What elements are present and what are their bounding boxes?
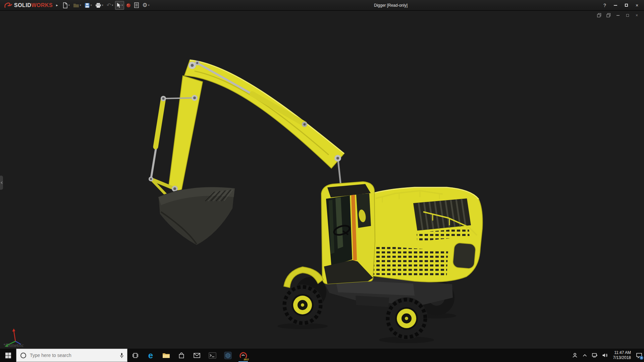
cab <box>321 182 375 284</box>
document-window-controls: × <box>597 13 639 18</box>
close-button[interactable]: × <box>632 1 642 10</box>
chevron-up-icon <box>583 354 587 357</box>
select-cursor-icon <box>116 2 121 8</box>
dropdown-caret[interactable]: ▾ <box>112 4 113 7</box>
dropdown-caret[interactable]: ▾ <box>68 4 70 7</box>
new-document-button[interactable]: ▾ <box>61 1 71 10</box>
file-explorer-icon <box>162 352 170 358</box>
dropdown-caret[interactable]: ▾ <box>148 4 150 7</box>
notification-badge: 4 <box>640 356 643 360</box>
store-button[interactable] <box>174 349 189 362</box>
options-button[interactable]: ⚙ ▾ <box>141 1 151 10</box>
bucket <box>158 187 235 245</box>
front-left-wheel <box>282 285 323 325</box>
solidworks-logo: SOLIDWORKS <box>0 2 55 9</box>
open-folder-icon <box>73 3 79 8</box>
solidworks-version-label: 2017 <box>244 358 249 361</box>
dropdown-caret[interactable]: ▾ <box>91 4 92 7</box>
cortana-icon <box>20 352 27 359</box>
tray-overflow-button[interactable] <box>580 349 590 362</box>
select-tool-button[interactable]: ▾ <box>115 1 124 10</box>
undo-icon: ↶ <box>107 2 111 8</box>
file-explorer-button[interactable] <box>158 349 174 362</box>
restore-icon <box>625 4 628 7</box>
cascade-icon[interactable] <box>597 13 602 18</box>
network-button[interactable] <box>590 349 600 362</box>
doc-close-button[interactable]: × <box>634 13 639 18</box>
minimize-icon <box>616 15 620 16</box>
clock-date: 7/13/2018 <box>613 355 631 360</box>
window-controls: ? × <box>600 1 644 10</box>
action-center-button[interactable]: 4 <box>634 349 644 362</box>
solidworks-document-icon <box>224 352 232 359</box>
dropdown-caret[interactable]: ▾ <box>121 4 123 7</box>
save-button[interactable]: ▾ <box>83 1 93 10</box>
appearance-button[interactable] <box>125 1 132 10</box>
logo-text-solid: SOLID <box>14 2 31 8</box>
windows-logo-icon <box>5 353 11 358</box>
rear-side-window <box>452 242 476 269</box>
people-button[interactable] <box>570 349 580 362</box>
taskbar: e <box>0 349 644 362</box>
feature-panel-flyout-tab[interactable] <box>0 176 3 190</box>
properties-sheet-icon <box>134 2 139 8</box>
start-button[interactable] <box>0 349 16 362</box>
mail-button[interactable] <box>189 349 205 362</box>
boom-arm <box>149 60 344 196</box>
clock-time: 11:47 AM <box>613 350 631 355</box>
task-view-icon <box>132 353 139 358</box>
edge-button[interactable]: e <box>143 349 158 362</box>
side-window <box>356 193 371 228</box>
search-input[interactable] <box>30 353 117 358</box>
network-icon <box>592 353 598 358</box>
people-icon <box>572 353 578 358</box>
cascade-icon[interactable] <box>606 13 611 18</box>
ds-logo-icon <box>4 2 13 9</box>
task-view-button[interactable] <box>127 349 143 362</box>
chevron-left-icon <box>1 181 3 184</box>
minimize-button[interactable] <box>610 1 621 10</box>
solidworks-document-button[interactable] <box>220 349 235 362</box>
document-title: Digger [Read-only] <box>374 3 408 8</box>
doc-restore-button[interactable] <box>625 13 630 18</box>
logo-text-works: WORKS <box>31 2 53 8</box>
store-icon <box>178 352 184 359</box>
taskbar-search[interactable] <box>16 349 127 362</box>
undo-button[interactable]: ↶ ▾ <box>105 1 114 10</box>
print-button[interactable]: ▾ <box>94 1 105 10</box>
microphone-icon[interactable] <box>120 353 124 358</box>
restore-icon <box>626 14 629 17</box>
speaker-icon <box>602 353 608 358</box>
console-icon <box>209 352 216 359</box>
volume-button[interactable] <box>600 349 610 362</box>
solidworks-2017-button[interactable]: 2017 <box>235 349 251 362</box>
viewport-3d[interactable]: × <box>0 11 644 349</box>
edge-icon: e <box>148 351 153 360</box>
console-button[interactable] <box>205 349 220 362</box>
menu-expand-arrow[interactable]: ▸ <box>56 3 58 7</box>
print-icon <box>95 3 101 8</box>
properties-button[interactable] <box>133 1 140 10</box>
taskbar-clock[interactable]: 11:47 AM 7/13/2018 <box>613 350 631 360</box>
dropdown-caret[interactable]: ▾ <box>102 4 103 7</box>
dropdown-caret[interactable]: ▾ <box>80 4 81 7</box>
restore-button[interactable] <box>621 1 631 10</box>
titlebar: SOLIDWORKS ▸ ▾ ▾ ▾ <box>0 0 644 11</box>
gear-icon: ⚙ <box>142 2 147 9</box>
machine-body <box>367 187 483 282</box>
help-button[interactable]: ? <box>600 1 610 10</box>
standard-toolbar: ▾ ▾ ▾ ▾ ↶ ▾ <box>61 1 151 10</box>
save-icon <box>85 3 90 8</box>
doc-minimize-button[interactable] <box>615 13 621 18</box>
mail-icon <box>194 353 200 358</box>
body-vents-side <box>372 245 448 276</box>
excavator-model[interactable] <box>0 11 644 349</box>
appearance-ball-icon <box>126 3 131 8</box>
system-tray: 11:47 AM 7/13/2018 4 <box>570 349 644 362</box>
front-right-wheel <box>385 297 428 340</box>
minimize-icon <box>614 5 617 6</box>
view-orientation-label: *Dimetric <box>3 343 24 348</box>
new-document-icon <box>63 2 68 8</box>
open-button[interactable]: ▾ <box>72 1 83 10</box>
